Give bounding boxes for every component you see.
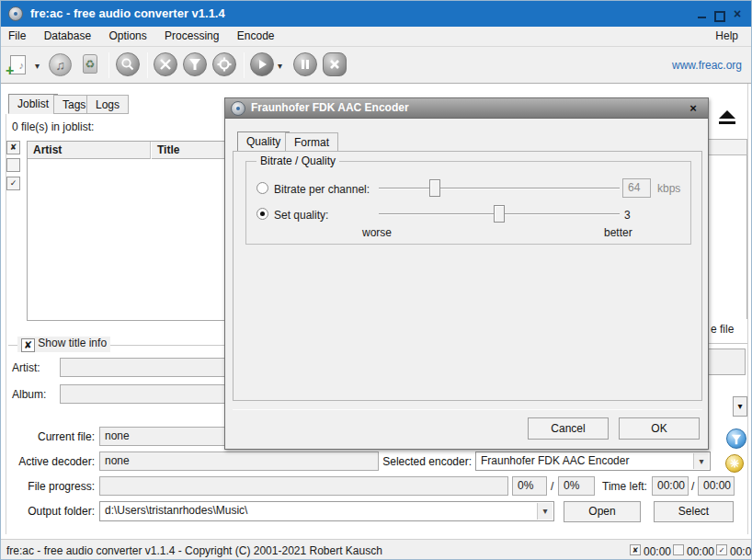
quality-label: Set quality: bbox=[274, 209, 328, 222]
rip-cd-button[interactable]: ♫ bbox=[49, 53, 72, 76]
toggle-selection-button[interactable]: ✓ bbox=[6, 177, 20, 190]
open-folder-button[interactable]: Open bbox=[564, 501, 641, 522]
bitrate-unit-label: kbps bbox=[657, 182, 680, 195]
file-progress-label: File progress: bbox=[1, 480, 95, 493]
time-total-field: 00:00 bbox=[698, 476, 735, 496]
check-icon: ✓ bbox=[10, 178, 17, 188]
menu-processing[interactable]: Processing bbox=[157, 27, 226, 46]
toolbar: ♪ + ▾ ♫ ♻ ▾ www.freac.org bbox=[1, 47, 751, 84]
right-panel-field[interactable] bbox=[709, 349, 746, 375]
menu-options[interactable]: Options bbox=[101, 27, 154, 46]
right-panel-divider bbox=[709, 343, 747, 344]
close-button[interactable]: × bbox=[731, 8, 744, 21]
column-header-artist[interactable]: Artist bbox=[28, 142, 151, 159]
add-files-button[interactable]: ♪ + bbox=[10, 55, 26, 74]
ok-button[interactable]: OK bbox=[619, 417, 700, 440]
time-current-field: 00:00 bbox=[652, 476, 689, 496]
cancel-button[interactable]: Cancel bbox=[528, 417, 609, 440]
artist-label: Artist: bbox=[12, 361, 40, 374]
chevron-down-icon[interactable]: ▾ bbox=[537, 503, 553, 520]
selected-encoder-value: Fraunhofer FDK AAC Encoder bbox=[481, 454, 629, 467]
stop-encoding-button[interactable] bbox=[323, 52, 347, 76]
star-icon bbox=[730, 459, 739, 468]
dialog-tab-format[interactable]: Format bbox=[285, 132, 338, 152]
bitrate-slider-thumb[interactable] bbox=[429, 179, 440, 197]
dialog-close-button[interactable]: × bbox=[686, 101, 701, 116]
start-encoding-button[interactable] bbox=[250, 52, 274, 76]
output-folder-combobox[interactable]: d:\Users\tristanrhodes\Music\ ▾ bbox=[99, 501, 554, 521]
maximize-button[interactable] bbox=[712, 8, 725, 21]
encoder-dialog: Fraunhofer FDK AAC Encoder × Quality For… bbox=[224, 97, 709, 450]
menu-database[interactable]: Database bbox=[37, 27, 98, 46]
output-format-sphere-button[interactable] bbox=[726, 429, 746, 449]
progress-current-field: 0% bbox=[512, 476, 547, 496]
select-folder-button[interactable]: Select bbox=[654, 501, 734, 522]
app-logo-icon bbox=[8, 6, 23, 21]
tab-logs[interactable]: Logs bbox=[86, 95, 129, 114]
start-encoding-dropdown[interactable]: ▾ bbox=[278, 61, 282, 71]
quality-radio[interactable] bbox=[256, 208, 268, 220]
play-icon bbox=[256, 59, 268, 70]
pause-encoding-button[interactable] bbox=[293, 52, 317, 76]
maximize-icon bbox=[714, 11, 725, 22]
freac-website-link[interactable]: www.freac.org bbox=[672, 59, 742, 72]
menu-help[interactable]: Help bbox=[708, 27, 746, 46]
panel-right-border bbox=[747, 84, 748, 534]
show-title-info-label: Show title info bbox=[38, 337, 107, 349]
current-file-label: Current file: bbox=[1, 430, 95, 443]
toolbar-separator bbox=[147, 52, 148, 78]
dialog-logo-icon bbox=[231, 101, 245, 116]
dialog-tab-quality[interactable]: Quality bbox=[237, 131, 290, 152]
worse-label: worse bbox=[362, 226, 392, 239]
x-mark-icon: ✘ bbox=[10, 143, 17, 152]
right-panel-combo-arrow[interactable]: ▾ bbox=[733, 396, 747, 417]
minimize-button[interactable] bbox=[696, 8, 709, 21]
selected-encoder-combobox[interactable]: Fraunhofer FDK AAC Encoder ▾ bbox=[475, 451, 711, 471]
time-none-value: 00:00 bbox=[687, 545, 714, 558]
statusbar-text: fre:ac - free audio converter v1.1.4 - C… bbox=[6, 544, 382, 557]
track-list[interactable] bbox=[709, 155, 747, 319]
bitrate-radio[interactable] bbox=[256, 182, 268, 194]
application-window: fre:ac - free audio converter v1.1.4 × F… bbox=[0, 0, 752, 560]
dialog-titlebar: Fraunhofer FDK AAC Encoder × bbox=[225, 98, 708, 119]
progress-slash: / bbox=[551, 480, 553, 493]
select-all-button[interactable]: ✘ bbox=[6, 141, 20, 154]
active-decoder-label: Active decoder: bbox=[1, 455, 95, 468]
eject-cd-button[interactable] bbox=[715, 109, 739, 131]
select-none-button[interactable] bbox=[6, 158, 20, 172]
output-folder-value: d:\Users\tristanrhodes\Music\ bbox=[105, 504, 247, 517]
encoder-settings-sphere-button[interactable] bbox=[725, 454, 744, 473]
add-files-dropdown[interactable]: ▾ bbox=[35, 61, 40, 71]
cddb-query-button[interactable] bbox=[116, 52, 140, 76]
menu-file[interactable]: File bbox=[1, 27, 33, 46]
bitrate-slider-track bbox=[379, 188, 620, 189]
chevron-down-icon: ▾ bbox=[737, 401, 742, 411]
window-titlebar: fre:ac - free audio converter v1.1.4 × bbox=[1, 1, 751, 27]
toolbar-separator bbox=[244, 52, 245, 78]
output-format-button[interactable] bbox=[183, 52, 207, 76]
menu-encode[interactable]: Encode bbox=[230, 27, 282, 46]
chevron-down-icon[interactable]: ▾ bbox=[693, 453, 709, 469]
pause-icon bbox=[300, 59, 311, 70]
show-title-info-checkbox[interactable]: ✘ Show title info bbox=[17, 337, 110, 352]
track-list-header bbox=[709, 139, 747, 155]
bitrate-label: Bitrate per channel: bbox=[274, 183, 370, 196]
single-file-label-partial: e file bbox=[711, 323, 734, 336]
joblist-count: 0 file(s) in joblist: bbox=[12, 120, 94, 133]
time-none-indicator-icon bbox=[673, 544, 684, 555]
output-folder-label: Output folder: bbox=[1, 505, 95, 518]
quality-slider-thumb[interactable] bbox=[494, 205, 505, 223]
search-icon bbox=[120, 57, 135, 72]
tab-joblist[interactable]: Joblist bbox=[8, 94, 58, 114]
general-settings-button[interactable] bbox=[154, 52, 177, 76]
music-note-icon: ♪ bbox=[19, 60, 25, 71]
minimize-icon bbox=[698, 17, 706, 18]
toolbar-separator bbox=[108, 52, 109, 78]
eject-icon bbox=[719, 110, 735, 119]
configure-encoder-button[interactable] bbox=[212, 52, 236, 76]
time-all-value: 00:00 bbox=[644, 545, 671, 558]
time-selected-value: 00:00 bbox=[730, 545, 752, 558]
file-progress-bar bbox=[99, 476, 508, 496]
clear-joblist-button[interactable]: ♻ bbox=[83, 54, 97, 74]
bitrate-value-field[interactable]: 64 bbox=[622, 178, 651, 198]
